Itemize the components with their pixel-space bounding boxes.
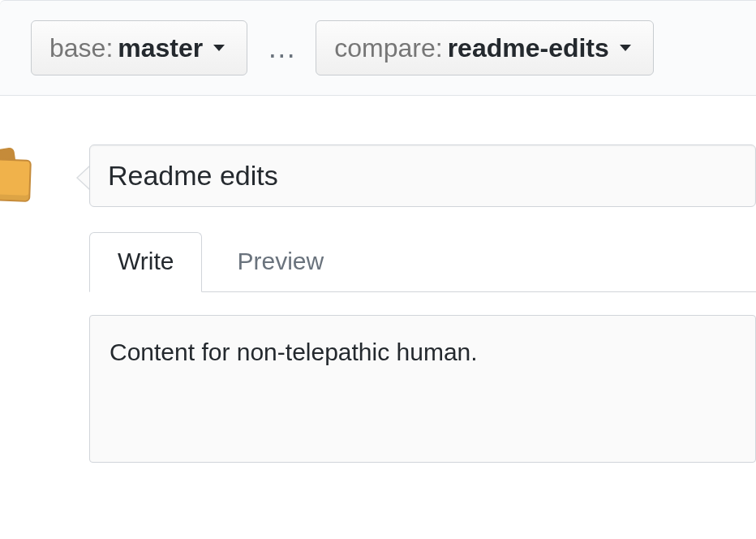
avatar-column: OT (0, 144, 49, 463)
tab-write-label: Write (118, 248, 174, 274)
tab-write[interactable]: Write (89, 232, 202, 292)
comment-tabs: Write Preview (89, 231, 756, 292)
compare-branch-value: readme-edits (448, 32, 609, 63)
compare-ellipsis: … (267, 31, 296, 65)
caret-down-icon (213, 44, 226, 52)
tab-preview-label: Preview (237, 248, 324, 274)
base-branch-select[interactable]: base: master (31, 20, 247, 75)
compare-branch-bar: base: master … compare: readme-edits (0, 0, 756, 96)
caret-down-icon (619, 44, 632, 52)
avatar-crate-front (0, 158, 32, 202)
compare-branch-select[interactable]: compare: readme-edits (316, 20, 654, 75)
pr-title-input[interactable] (89, 144, 756, 207)
comment-box (89, 315, 756, 463)
speech-bubble-pointer (76, 166, 89, 190)
pr-form-area: OT Write Preview (0, 96, 756, 463)
tab-preview[interactable]: Preview (208, 232, 352, 292)
compare-branch-label: compare: (334, 32, 442, 63)
pr-form-main: Write Preview (89, 144, 756, 463)
pr-body-textarea[interactable] (110, 338, 736, 436)
base-branch-value: master (118, 32, 203, 63)
user-avatar[interactable]: OT (0, 144, 36, 214)
base-branch-label: base: (49, 32, 113, 63)
